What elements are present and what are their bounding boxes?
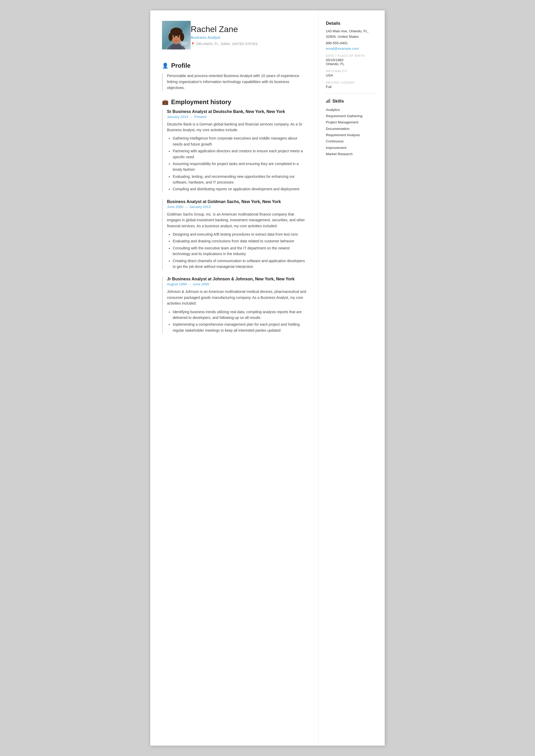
skill-item: Project Management	[326, 119, 378, 125]
profile-section: 👤 Profile Personable and process-oriente…	[162, 62, 307, 91]
skill-item: Market Research	[326, 151, 378, 157]
job-bullets-2: Designing and executing A/B testing proc…	[167, 231, 307, 269]
dob-label: DATE / PLACE OF BIRTH	[326, 54, 378, 57]
skills-list: Analytics Requirement Gathering Project …	[326, 107, 378, 157]
sidebar-dob-place: Orlando, FL	[326, 62, 378, 66]
details-title: Details	[326, 21, 378, 26]
sidebar-details: 143 Main Ave, Orlando, FL, 32804, United…	[326, 29, 378, 50]
svg-rect-15	[327, 100, 328, 103]
employment-section: 💼 Employment history Sr Business Analyst…	[162, 98, 307, 334]
skills-icon	[326, 98, 330, 104]
list-item: Identifying business trends utilizing re…	[173, 309, 307, 321]
list-item: Creating direct channels of communicatio…	[173, 258, 307, 270]
svg-rect-17	[330, 99, 330, 103]
job-entry-2: Business Analyst at Goldman Sachs, New Y…	[162, 200, 307, 270]
skill-item: Improvement	[326, 145, 378, 151]
svg-rect-16	[329, 99, 329, 103]
svg-point-6	[169, 33, 173, 41]
main-column: Rachel Zane Business Analyst 📍 ORLANDO, …	[150, 11, 318, 745]
list-item: Consulting with the executive team and t…	[173, 245, 307, 257]
svg-rect-14	[326, 101, 327, 103]
job-entry-1: Sr Business Analyst at Deutsche Bank, Ne…	[162, 109, 307, 192]
job-title-3: Jr Business Analyst at Johnson & Johnson…	[167, 277, 307, 282]
job-entry-3: Jr Business Analyst at Johnson & Johnson…	[162, 277, 307, 333]
job-desc-3: Johnson & Johnson is an American multina…	[167, 289, 307, 306]
profile-icon: 👤	[162, 63, 169, 69]
svg-point-11	[178, 36, 179, 37]
job-desc-1: Deutsche Bank is a German global banking…	[167, 121, 307, 133]
location-icon: 📍	[191, 42, 195, 46]
sidebar-email[interactable]: email@example.com	[326, 47, 378, 50]
sidebar-phone: 890-555-0401	[326, 40, 378, 46]
license-label: DRIVING LICENSE	[326, 81, 378, 84]
job-dates-2: June 2000 – January 2013	[167, 205, 307, 209]
job-title-1: Sr Business Analyst at Deutsche Bank, Ne…	[167, 109, 307, 114]
list-item: Compiling and distributing reports on ap…	[173, 186, 307, 192]
job-dates-3: August 1999 – June 2000	[167, 282, 307, 286]
sidebar: Details 143 Main Ave, Orlando, FL, 32804…	[318, 11, 385, 745]
sidebar-divider	[326, 94, 378, 94]
profile-section-title: 👤 Profile	[162, 62, 307, 69]
employment-icon: 💼	[162, 99, 169, 105]
skill-item: Analytics	[326, 107, 378, 113]
job-bullets-3: Identifying business trends utilizing re…	[167, 309, 307, 334]
job-desc-2: Goldman Sachs Group, Inc. is an American…	[167, 211, 307, 229]
sidebar-address: 143 Main Ave, Orlando, FL, 32804, United…	[326, 29, 378, 40]
svg-point-9	[178, 36, 179, 38]
sidebar-dob: 05/10/1983	[326, 58, 378, 62]
job-title-2: Business Analyst at Goldman Sachs, New Y…	[167, 200, 307, 204]
candidate-location: 📍 ORLANDO, FL, 32804, UNITED STATES	[191, 42, 258, 46]
svg-point-10	[174, 36, 174, 37]
skill-item: Requirement Analysis	[326, 132, 378, 138]
svg-point-7	[180, 33, 184, 41]
list-item: Evaluating, testing, and recommending ne…	[173, 174, 307, 185]
svg-rect-13	[181, 42, 188, 45]
avatar	[162, 21, 191, 49]
resume-container: Rachel Zane Business Analyst 📍 ORLANDO, …	[150, 11, 385, 745]
employment-section-title: 💼 Employment history	[162, 98, 307, 106]
list-item: Designing and executing A/B testing proc…	[173, 231, 307, 237]
sidebar-nationality: USA	[326, 73, 378, 77]
list-item: Gathering intelligence from corporate ex…	[173, 135, 307, 147]
svg-point-8	[174, 36, 175, 38]
sidebar-license: Full	[326, 85, 378, 89]
job-dates-1: January 2013 – Present	[167, 115, 307, 119]
skills-section-title: Skills	[326, 98, 378, 104]
candidate-title: Business Analyst	[191, 35, 258, 40]
candidate-name: Rachel Zane	[191, 24, 258, 34]
skill-item: Continuous	[326, 138, 378, 145]
skill-item: Documentation	[326, 126, 378, 132]
list-item: Assuming responsibility for project task…	[173, 161, 307, 173]
list-item: Evaluating and drawing conclusions from …	[173, 238, 307, 244]
skill-item: Requirement Gathering	[326, 113, 378, 119]
nationality-label: NATIONALITY	[326, 69, 378, 73]
job-bullets-1: Gathering intelligence from corporate ex…	[167, 135, 307, 192]
header-section: Rachel Zane Business Analyst 📍 ORLANDO, …	[162, 21, 307, 54]
list-item: Implementing a comprehensive management …	[173, 321, 307, 333]
list-item: Partnering with application directors an…	[173, 148, 307, 160]
profile-text: Personable and process-oriented Business…	[162, 73, 307, 91]
header-info: Rachel Zane Business Analyst 📍 ORLANDO, …	[191, 24, 258, 46]
